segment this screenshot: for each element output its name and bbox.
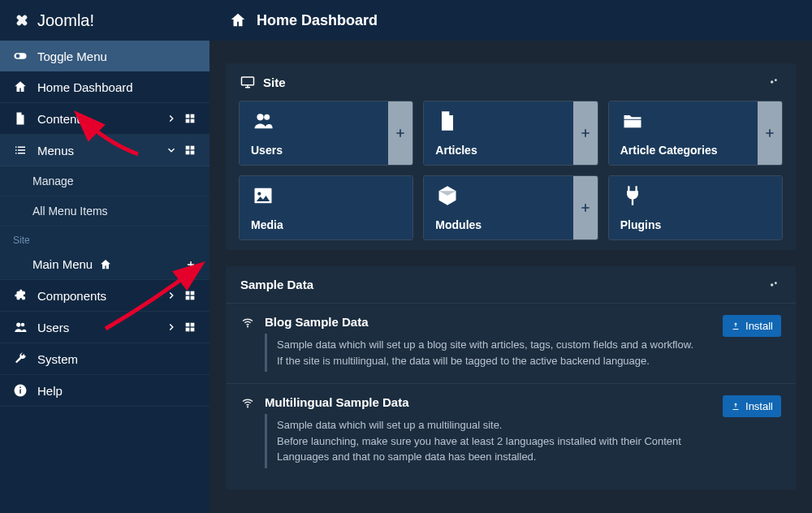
home-icon: [229, 11, 247, 29]
card-article-categories[interactable]: Article Categories: [608, 101, 783, 166]
toggle-icon: [13, 49, 28, 63]
submenu-manage[interactable]: Manage: [0, 166, 209, 196]
submenu-main-menu[interactable]: Main Menu: [0, 249, 209, 280]
install-button[interactable]: Install: [723, 315, 781, 337]
install-label: Install: [745, 400, 773, 412]
grid-icon[interactable]: [184, 112, 197, 125]
submenu-all-items[interactable]: All Menu Items: [0, 196, 209, 226]
page-title: Home Dashboard: [257, 12, 378, 29]
sample-panel-header: Sample Data: [226, 266, 796, 303]
card-label: Articles: [435, 144, 561, 157]
sample-desc-line: Before launching, make sure you have at …: [277, 433, 713, 465]
site-panel-header: Site: [226, 63, 796, 101]
main-menu-label: Main Menu: [32, 257, 93, 271]
sidebar-item-label: Content: [37, 112, 156, 126]
sample-desc-line: If the site is multilingual, the data wi…: [277, 353, 713, 369]
sidebar-item-label: Home Dashboard: [37, 80, 197, 94]
monitor-icon: [240, 75, 255, 89]
sidebar-item-label: Components: [37, 289, 156, 303]
topbar: Home Dashboard: [209, 0, 812, 41]
gear-icon[interactable]: [767, 76, 781, 88]
sample-multilingual: Multilingual Sample Data Sample data whi…: [226, 383, 796, 480]
sample-panel-title: Sample Data: [240, 278, 758, 291]
card-label: Article Categories: [620, 144, 746, 157]
card-label: Media: [251, 218, 401, 231]
plus-icon: [579, 127, 592, 140]
sidebar-item-system[interactable]: System: [0, 343, 209, 375]
sidebar-item-components[interactable]: Components: [0, 280, 209, 312]
chevron-right-icon[interactable]: [166, 290, 177, 301]
puzzle-icon: [13, 288, 28, 303]
chevron-down-icon[interactable]: [166, 144, 177, 156]
submenu-site-heading: Site: [0, 226, 209, 249]
sidebar-item-content[interactable]: Content: [0, 103, 209, 135]
upload-icon: [731, 402, 741, 412]
plug-icon: [620, 184, 645, 207]
upload-icon: [731, 321, 741, 331]
logo-text: Joomla!: [37, 11, 94, 30]
home-icon: [13, 80, 28, 94]
sidebar-item-label: Menus: [37, 144, 156, 157]
card-label: Users: [251, 144, 377, 157]
sample-desc: Sample data which will set up a blog sit…: [265, 334, 713, 372]
card-articles[interactable]: Articles: [423, 101, 598, 166]
sample-title: Blog Sample Data: [265, 315, 369, 329]
gear-icon[interactable]: [767, 279, 781, 291]
wifi-icon: [240, 315, 255, 330]
wrench-icon: [13, 351, 28, 366]
toggle-label: Toggle Menu: [37, 50, 197, 63]
card-articles-plus[interactable]: [573, 101, 598, 165]
sidebar-item-menus[interactable]: Menus: [0, 135, 209, 166]
list-icon: [13, 143, 28, 157]
card-users-plus[interactable]: [388, 101, 412, 165]
sample-desc: Sample data which will set up a multilin…: [265, 414, 713, 468]
users-icon: [251, 110, 275, 132]
card-plugins[interactable]: Plugins: [608, 175, 783, 240]
file-icon: [13, 111, 28, 126]
joomla-icon: [13, 11, 31, 29]
grid-icon[interactable]: [184, 144, 197, 157]
image-icon: [251, 184, 275, 207]
toggle-menu[interactable]: Toggle Menu: [0, 41, 209, 71]
content: Site Users Articles Article Categories: [209, 41, 812, 513]
site-cards: Users Articles Article Categories Media: [226, 101, 796, 240]
install-label: Install: [745, 320, 773, 332]
plus-icon: [394, 127, 407, 140]
sample-blog: Blog Sample Data Sample data which will …: [226, 303, 796, 383]
home-icon: [99, 258, 112, 271]
card-media[interactable]: Media: [239, 175, 413, 240]
plus-icon: [579, 201, 592, 214]
main: Home Dashboard Site Users Articles: [209, 0, 812, 513]
site-panel-title: Site: [263, 75, 758, 89]
card-modules[interactable]: Modules: [423, 175, 598, 240]
info-icon: [13, 383, 28, 398]
sidebar: Joomla! Toggle Menu Home Dashboard Conte…: [0, 0, 209, 513]
site-panel: Site Users Articles Article Categories: [226, 63, 796, 250]
folder-icon: [620, 110, 645, 132]
card-label: Modules: [435, 218, 561, 231]
sidebar-item-label: Help: [37, 384, 197, 398]
file-icon: [435, 110, 460, 132]
cube-icon: [435, 184, 460, 207]
sample-title: Multilingual Sample Data: [265, 395, 409, 409]
install-button[interactable]: Install: [723, 395, 781, 417]
card-users[interactable]: Users: [239, 101, 413, 166]
sidebar-item-users[interactable]: Users: [0, 312, 209, 343]
card-modules-plus[interactable]: [573, 176, 598, 239]
sample-desc-line: Sample data which will set up a blog sit…: [277, 337, 713, 353]
card-label: Plugins: [620, 218, 771, 231]
wifi-icon: [240, 395, 255, 410]
sidebar-item-help[interactable]: Help: [0, 375, 209, 407]
grid-icon[interactable]: [184, 289, 197, 302]
logo[interactable]: Joomla!: [0, 0, 209, 41]
chevron-right-icon[interactable]: [166, 321, 177, 333]
sidebar-item-label: System: [37, 352, 197, 366]
plus-icon[interactable]: [185, 259, 197, 270]
sample-desc-line: Sample data which will set up a multilin…: [277, 417, 713, 433]
grid-icon[interactable]: [184, 321, 197, 334]
sidebar-item-home[interactable]: Home Dashboard: [0, 71, 209, 103]
chevron-right-icon[interactable]: [166, 113, 177, 124]
sample-data-panel: Sample Data Blog Sample Data Sample data…: [226, 266, 796, 489]
users-icon: [13, 320, 28, 334]
card-categories-plus[interactable]: [758, 101, 782, 165]
